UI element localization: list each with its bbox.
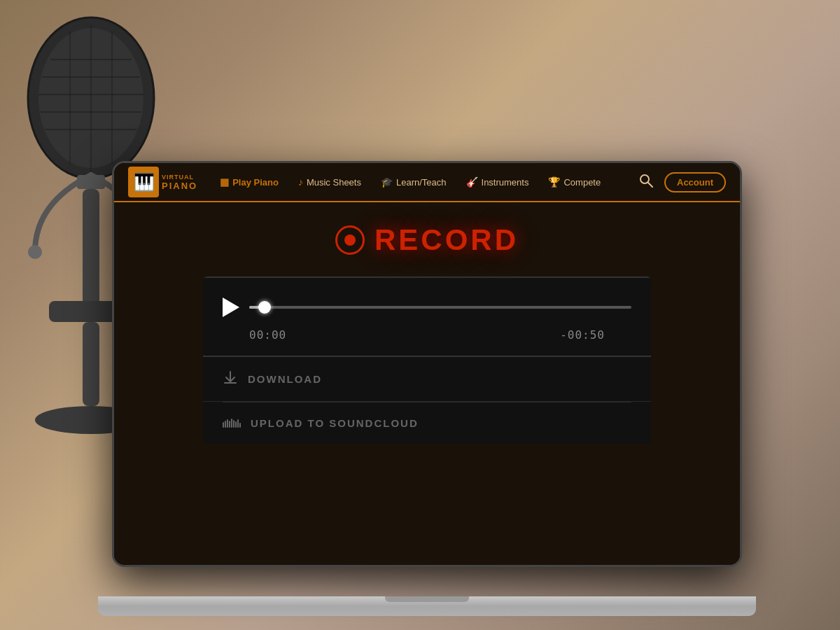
nav-item-play-piano[interactable]: ▦ Play Piano xyxy=(211,172,287,192)
play-button[interactable] xyxy=(223,298,239,317)
svg-rect-23 xyxy=(227,419,228,428)
download-icon xyxy=(223,370,238,388)
nav-items: ▦ Play Piano ♪ Music Sheets 🎓 Learn/Teac… xyxy=(211,172,636,192)
soundcloud-icon xyxy=(223,415,241,431)
account-button[interactable]: Account xyxy=(664,172,726,192)
svg-rect-21 xyxy=(223,422,224,428)
svg-rect-26 xyxy=(233,420,234,428)
current-time: 00:00 xyxy=(249,328,286,342)
progress-bar[interactable] xyxy=(249,306,631,309)
nav-item-learn-teach[interactable]: 🎓 Learn/Teach xyxy=(372,172,455,192)
play-triangle-icon xyxy=(223,298,239,317)
svg-rect-29 xyxy=(239,423,241,428)
instruments-icon: 🎸 xyxy=(466,176,478,188)
logo-icon: 🎹 xyxy=(128,167,159,197)
main-content: RECORD xyxy=(114,202,740,565)
laptop-frame: 🎹 VIRTUAL PIANO ▦ Play Piano ♪ xyxy=(112,161,756,616)
search-button[interactable] xyxy=(636,171,656,194)
svg-rect-24 xyxy=(229,421,230,428)
soundcloud-upload-row[interactable]: UPLOAD TO SOUNDCLOUD xyxy=(203,402,651,444)
nav-item-instruments[interactable]: 🎸 Instruments xyxy=(458,172,538,192)
music-sheets-icon: ♪ xyxy=(298,176,303,188)
svg-rect-11 xyxy=(83,189,99,315)
download-label: DOWNLOAD xyxy=(248,373,322,385)
record-title-area: RECORD xyxy=(335,223,519,257)
laptop-base xyxy=(98,596,756,616)
search-icon xyxy=(639,176,653,190)
nav-item-compete[interactable]: 🏆 Compete xyxy=(540,172,609,192)
progress-thumb[interactable] xyxy=(258,301,271,314)
record-icon xyxy=(335,225,365,255)
svg-text:🎹: 🎹 xyxy=(134,172,155,192)
nav-music-sheets-label: Music Sheets xyxy=(307,177,361,188)
laptop-screen: 🎹 VIRTUAL PIANO ▦ Play Piano ♪ xyxy=(112,161,742,567)
logo-virtual-text: VIRTUAL xyxy=(162,174,197,181)
audio-player: 00:00 -00:50 DOWNLOAD xyxy=(203,276,651,444)
compete-icon: 🏆 xyxy=(548,176,560,188)
svg-rect-22 xyxy=(225,421,226,428)
svg-rect-13 xyxy=(83,322,99,406)
nav-item-music-sheets[interactable]: ♪ Music Sheets xyxy=(290,172,370,192)
remaining-time: -00:50 xyxy=(560,328,605,342)
player-controls: 00:00 -00:50 xyxy=(203,278,651,356)
svg-line-19 xyxy=(648,183,652,187)
nav-right: Account xyxy=(636,171,726,194)
svg-rect-28 xyxy=(237,419,239,428)
app-container: 🎹 VIRTUAL PIANO ▦ Play Piano ♪ xyxy=(114,163,740,565)
nav-learn-teach-label: Learn/Teach xyxy=(396,177,447,188)
svg-rect-25 xyxy=(231,419,232,428)
time-display-row: 00:00 -00:50 xyxy=(223,328,631,342)
svg-point-15 xyxy=(28,245,42,259)
nav-play-piano-label: Play Piano xyxy=(232,177,279,188)
record-label: RECORD xyxy=(374,223,519,257)
nav-instruments-label: Instruments xyxy=(482,177,529,188)
soundcloud-label: UPLOAD TO SOUNDCLOUD xyxy=(251,417,419,429)
logo-text: VIRTUAL PIANO xyxy=(162,174,197,191)
learn-teach-icon: 🎓 xyxy=(381,176,393,188)
navigation-bar: 🎹 VIRTUAL PIANO ▦ Play Piano ♪ xyxy=(114,163,740,202)
playback-row xyxy=(223,298,631,317)
logo-piano-text: PIANO xyxy=(162,181,197,191)
play-piano-icon: ▦ xyxy=(220,176,229,188)
svg-point-18 xyxy=(640,175,649,183)
download-row[interactable]: DOWNLOAD xyxy=(203,357,651,402)
logo-button[interactable]: 🎹 VIRTUAL PIANO xyxy=(128,167,197,197)
svg-rect-27 xyxy=(235,421,237,428)
nav-compete-label: Compete xyxy=(564,177,601,188)
